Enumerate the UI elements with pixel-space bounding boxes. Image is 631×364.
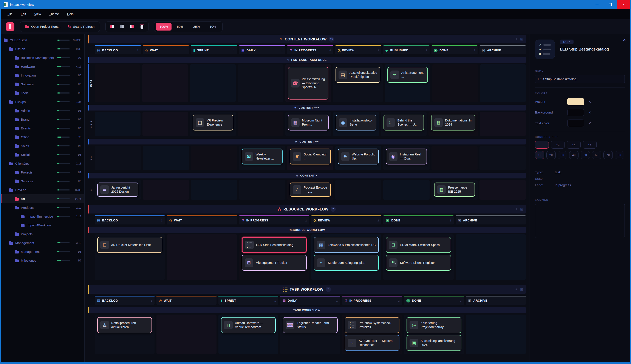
cell[interactable] [95,146,141,170]
open-project-root-button[interactable]: Open Project Root... [22,23,64,30]
board-grid-button[interactable]: ⊞ [520,37,523,42]
cell[interactable]: Pre-show Systemcheck Protokoll ∿AV-Sync … [342,314,402,354]
cell[interactable]: ☎Pressemitteilung — Eröffnung Spectral R… [285,64,331,102]
tree-item-social[interactable]: Social1/6 [1,150,84,159]
size-4x-button[interactable]: 4× [569,151,578,159]
card-hdmi-matrix[interactable]: ⊡HDMI Matrix Switcher Specs [386,237,451,253]
column-archive[interactable]: ▣ARCHIVE [466,296,526,305]
clear-text-color-icon[interactable]: × [588,121,591,125]
column-backlog[interactable]: ▤BACKLOG1 [95,45,141,54]
tree-item-office[interactable]: Office2/6 [1,133,84,142]
cell[interactable]: ✒Artist Statement ... [385,64,430,102]
tree-item-sales[interactable]: Sales1/6 [1,142,84,150]
add-card-button[interactable]: + [515,37,518,42]
cell[interactable]: ▥Pressemappe ISE 2025 [432,180,478,200]
tree-item-bizops[interactable]: BizOps7/36 [1,98,84,106]
card-notfallprozeduren[interactable]: ⚠Notfallprozeduren aktualisieren [97,317,152,333]
tree-item-admin[interactable]: Admin1/6 [1,106,84,115]
cell[interactable]: ◉Installationsfoto-Serie [333,112,379,136]
cell[interactable] [191,180,237,200]
cell[interactable] [142,64,188,102]
border-none-button[interactable]: — [535,141,549,148]
column-backlog[interactable]: ▤BACKLOG1 [95,216,165,224]
card-led-strip-selected[interactable]: LED Strip Bestandskatalog [242,237,307,253]
cell[interactable] [479,146,526,170]
menu-edit[interactable]: Edit [17,11,30,17]
accent-color-swatch[interactable] [567,98,584,105]
column-done[interactable]: ✔DONE2 [404,296,464,305]
cell[interactable]: ◎Kalibrierung Projektorenarray ▣Ausstell… [404,314,464,354]
column-in-progress[interactable]: ⚙IN PROGRESS2 [342,296,402,305]
cell[interactable] [432,64,478,102]
add-card-button[interactable]: + [515,287,518,292]
cell[interactable]: ⊟3D-Drucker Materialien Liste [95,234,165,280]
tree-item-software[interactable]: Software1/6 [1,80,84,88]
tree-item-brand[interactable]: Brand1/6 [1,115,84,124]
cell[interactable]: ⊡HDMI Matrix Switcher Specs Software-Liz… [383,234,453,280]
size-5x-button[interactable]: 5× [581,151,590,159]
card-installationsfoto[interactable]: ◉Installationsfoto-Serie [336,114,376,130]
clear-accent-icon[interactable]: × [588,100,591,104]
tree-item-bizlab[interactable]: BizLab9/39 [1,44,84,53]
cell[interactable]: ≡Jahresbericht 2025 Design [95,180,141,200]
border-x4-button[interactable]: ×4 [567,141,581,148]
board-grid-button[interactable]: ⊞ [520,287,523,292]
menu-file[interactable]: File [4,11,16,17]
text-color-swatch[interactable] [567,120,584,127]
card-taeglicher-render[interactable]: ⌨Täglicher Render Farm Status [283,317,338,333]
column-done[interactable]: ✔DONE2 [383,216,453,224]
cell[interactable]: ⌨Täglicher Render Farm Status [280,314,340,354]
scan-refresh-button[interactable]: ↻ Scan / Refresh [65,22,98,31]
column-daily[interactable]: ▦DAILY1 [239,45,285,54]
zoom-100-button[interactable]: 100% [156,23,172,30]
tree-item-services[interactable]: Services1/6 [1,177,84,186]
card-instagram-reel[interactable]: ◉Instagram Reel — Qua... [386,148,427,164]
card-social-campaign[interactable]: #Social Campaign ... [290,148,331,164]
tree-item-management-sub[interactable]: Management1/6 [1,247,84,256]
cell[interactable]: ◉Instagram Reel — Qua... [383,146,430,170]
card-studioraum[interactable]: ⌂Studioraum Belegungsplan [314,255,379,271]
card-behind-the-scenes[interactable]: ☾Behind the Scenes — U... [384,114,424,130]
tree-item-projects-devlab[interactable]: Projects [1,230,84,238]
tree-item-business-development[interactable]: Business Development2/7 [1,53,84,62]
tree-item-cube4dev[interactable]: CUBE4DEV37/190 [1,36,84,44]
card-pressemitteilung[interactable]: ☎Pressemitteilung — Eröffnung Spectral R… [288,67,329,100]
size-6x-button[interactable]: 6× [592,151,601,159]
column-published[interactable]: ▶PUBLISHED3 [383,45,430,54]
cell[interactable] [190,64,236,102]
column-sprint[interactable]: ▮SPRINT1 [218,296,278,305]
add-card-button[interactable]: + [515,207,518,212]
column-wait[interactable]: ◔WAIT [143,45,189,54]
cell[interactable] [238,112,284,136]
card-dokumentationsfilm[interactable]: ▦Dokumentationsfilm 2024 [431,114,475,130]
cell[interactable]: ☾Behind the Scenes — U... [381,112,427,136]
card-ausstellungsarchivierung[interactable]: ▣Ausstellungsarchivierung 2024 [407,335,461,351]
column-backlog[interactable]: ▤BACKLOG1 [95,296,155,305]
comment-textarea[interactable] [535,204,625,238]
menu-theme[interactable]: Theme [46,11,62,17]
cell[interactable]: ▤Ausstellungskatalog Druckfreigabe [333,64,383,102]
background-color-swatch[interactable] [567,109,584,116]
tree-item-impact4immersive[interactable]: Impact4Immersive2/12 [1,212,84,221]
cell[interactable]: ▦Dokumentationsfilm 2024 [429,112,478,136]
primary-accent-button[interactable] [6,22,15,31]
maximize-button[interactable] [604,0,617,9]
cell[interactable]: ⊓Aufbau Hardware — Venue Tempodrom [218,314,278,354]
tree-item-innovation[interactable]: Innovation1/6 [1,71,84,80]
tree-item-events[interactable]: Events1/6 [1,124,84,133]
tree-item-products[interactable]: Products2/12 [1,203,84,212]
column-wait[interactable]: ◔WAIT [156,296,216,305]
cell[interactable] [95,64,140,102]
cell[interactable]: ◫VR Preview Experience [190,112,236,136]
board-grid-button[interactable]: ⊞ [520,207,523,212]
card-artist-statement[interactable]: ✒Artist Statement ... [387,67,428,83]
cell[interactable] [335,180,382,200]
card-av-sync-test[interactable]: ∿AV-Sync Test — Spectral Resonance [345,335,399,351]
cell[interactable] [466,314,526,354]
zoom-10-button[interactable]: 10% [205,23,221,30]
column-review[interactable]: REVIEW2 [311,216,381,224]
tree-item-clientops[interactable]: ClientOps2/13 [1,159,84,168]
tree-item-devlab[interactable]: DevLab16/88 [1,186,84,194]
column-sprint[interactable]: ▮SPRINT1 [191,45,237,54]
tree-item-hardware[interactable]: Hardware4/15 [1,62,84,71]
